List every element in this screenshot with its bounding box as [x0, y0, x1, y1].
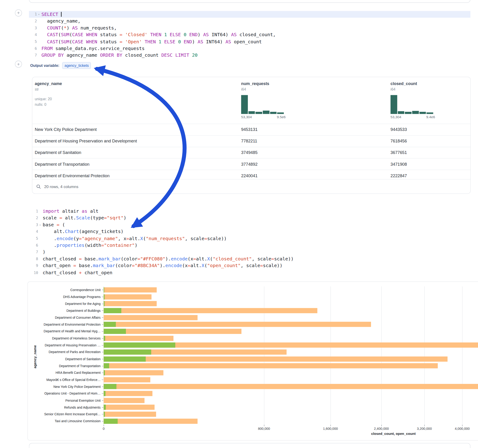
code-text: )	[43, 249, 45, 255]
code-line[interactable]: 4 CAST(SUM(CASE WHEN status = 'Closed' T…	[29, 31, 470, 38]
open-bar	[104, 301, 105, 306]
add-cell-button[interactable]: +	[15, 61, 22, 68]
histogram	[241, 95, 284, 114]
code-line[interactable]: 1import altair as alt	[29, 208, 470, 215]
code-line[interactable]: 4 alt.Chart(agency_tickets)	[29, 228, 470, 235]
y-axis-label: DHS Advantage Programs	[28, 293, 104, 300]
x-axis-tick	[264, 424, 264, 426]
open-bar	[104, 356, 146, 361]
table-cell: Department of Environmental Protection	[35, 173, 110, 178]
gridline	[462, 286, 463, 425]
table-cell: 3749485	[241, 150, 258, 155]
closed-bar	[104, 322, 371, 327]
y-axis-label: Correspondence Unit	[28, 286, 104, 293]
closed-bar	[104, 294, 152, 299]
fold-spacer	[37, 18, 41, 25]
y-axis-label: Personal Exemption Unit	[28, 397, 104, 404]
column-type: i64	[241, 87, 286, 92]
closed-bar	[104, 384, 478, 389]
code-line[interactable]: 8chart_closed = base.mark_bar(color="#FF…	[29, 255, 470, 262]
code-line[interactable]: 7)	[29, 249, 470, 255]
code-line[interactable]: 3▾base = (	[29, 221, 470, 228]
open-bar	[104, 342, 176, 348]
y-axis-tick	[102, 414, 104, 414]
histogram-bar	[398, 111, 404, 114]
output-variable-chip[interactable]: agency_tickets	[62, 62, 91, 69]
y-axis-label: Department of Transportation	[28, 362, 104, 369]
code-text: chart_closed + chart_open	[43, 269, 112, 276]
column-stat: nulls: 0	[35, 102, 62, 107]
code-line[interactable]: 10chart_closed + chart_open	[29, 269, 470, 276]
table-row: New York City Police Department945313194…	[32, 124, 470, 135]
closed-bar	[104, 412, 156, 417]
code-text: .encode(y="agency_name", x=alt.X("num_re…	[43, 235, 227, 242]
open-bar	[104, 363, 109, 368]
line-number: 5	[29, 38, 37, 45]
code-text: GROUP BY agency_name ORDER BY closed_cou…	[42, 52, 198, 59]
histogram-bar	[256, 112, 262, 114]
add-cell-button[interactable]: +	[15, 9, 22, 16]
code-text: scale = alt.Scale(type="sqrt")	[43, 215, 126, 221]
code-line[interactable]: 5 CAST(SUM(CASE WHEN status = 'Open' THE…	[29, 38, 470, 45]
line-number: 4	[29, 31, 37, 38]
code-line[interactable]: 3 COUNT(*) AS num_requests,	[29, 25, 470, 31]
table-cell: 7618456	[391, 139, 407, 143]
closed-bar	[104, 377, 150, 382]
fold-spacer	[38, 235, 42, 242]
y-axis-tick	[102, 317, 104, 318]
line-number: 9	[29, 262, 38, 269]
code-line[interactable]: 5 .encode(y="agency_name", x=alt.X("num_…	[29, 235, 470, 242]
histogram-bar	[427, 112, 433, 114]
gridline	[104, 286, 104, 425]
y-axis-label: Operations Unit - Department of Hom…	[28, 390, 104, 397]
fold-spacer	[38, 242, 42, 249]
column-type: i64	[391, 87, 435, 92]
code-line[interactable]: 6 .properties(width="container")	[29, 242, 470, 249]
fold-toggle-icon[interactable]: ▾	[37, 11, 41, 18]
fold-toggle-icon[interactable]: ▾	[38, 221, 42, 228]
output-variable-row: Output variable: agency_tickets	[30, 62, 91, 69]
code-line[interactable]: 2scale = alt.Scale(type="sqrt")	[29, 215, 470, 221]
y-axis-label: Department of Buildings	[28, 307, 104, 314]
table-footer: 20 rows, 4 columns	[32, 179, 470, 193]
gridline	[424, 286, 425, 425]
closed-bar	[104, 308, 318, 313]
code-line[interactable]: 2 agency_name,	[29, 18, 470, 25]
histogram-bar	[412, 111, 419, 114]
column-header: agency_namestrunique: 20nulls: 0	[35, 81, 62, 107]
table-cell: 9443533	[391, 127, 407, 132]
x-axis-tick-label: 1,600,000	[312, 427, 349, 430]
x-axis-tick	[462, 424, 463, 426]
code-line[interactable]: 1▾SELECT	[29, 11, 470, 18]
histogram-bar	[419, 112, 426, 114]
y-axis-tick	[102, 324, 104, 325]
code-text: base = (	[43, 221, 65, 228]
python-code-editor: 1import altair as alt2scale = alt.Scale(…	[29, 208, 470, 276]
search-icon[interactable]	[36, 184, 41, 189]
y-axis-tick	[102, 421, 104, 421]
code-text: chart_closed = base.mark_bar(color="#FFC…	[43, 255, 294, 262]
altair-chart: agency_name Correspondence UnitDHS Advan…	[27, 282, 478, 441]
histogram-bar	[248, 111, 255, 114]
line-number: 10	[29, 269, 38, 276]
code-line[interactable]: 7GROUP BY agency_name ORDER BY closed_co…	[29, 52, 470, 59]
open-bar	[104, 294, 105, 299]
fold-spacer	[38, 262, 42, 269]
histogram-bar	[241, 95, 248, 114]
histogram-labels: 53,3049.4e6	[391, 115, 435, 119]
column-type: str	[35, 87, 62, 92]
y-axis-tick	[102, 352, 104, 352]
code-line[interactable]: 6FROM sample_data.nyc.service_requests	[29, 45, 470, 52]
histogram-bar	[270, 112, 277, 114]
chart-plot-area: 0800,0001,600,0002,400,0003,200,0004,000…	[104, 286, 478, 425]
y-axis-tick	[102, 373, 104, 373]
line-number: 7	[29, 249, 38, 255]
open-bar	[104, 370, 105, 375]
closed-bar	[104, 363, 438, 368]
code-line[interactable]: 9chart_open = base.mark_bar(color="#8BC3…	[29, 262, 470, 269]
open-bar	[104, 349, 151, 355]
code-text: COUNT(*) AS num_requests,	[42, 25, 117, 31]
code-text: FROM sample_data.nyc.service_requests	[42, 45, 145, 52]
sql-code-editor: 1▾SELECT 2 agency_name,3 COUNT(*) AS num…	[29, 11, 470, 59]
line-number: 2	[29, 18, 37, 25]
